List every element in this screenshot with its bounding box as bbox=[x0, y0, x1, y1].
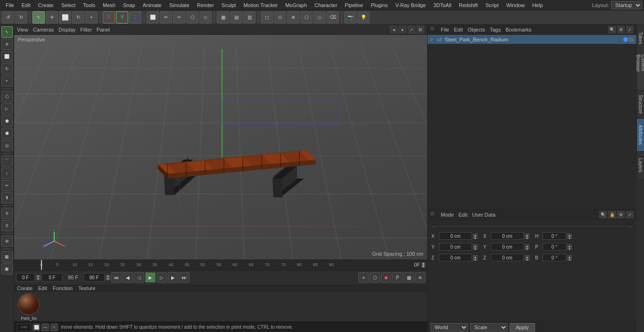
toolbar-btn-5[interactable]: + bbox=[85, 11, 98, 24]
timeline-btn-auto[interactable]: ⬡ bbox=[370, 272, 380, 283]
tool-move[interactable]: ✛ bbox=[1, 39, 13, 50]
tool-stretch[interactable]: ↕ bbox=[1, 168, 13, 179]
frame-input-right[interactable]: 0F ▲ ▼ bbox=[414, 262, 425, 267]
render-frame-button[interactable]: ▤ bbox=[230, 11, 242, 24]
rot-h-spin[interactable]: ▲ ▼ bbox=[567, 234, 572, 239]
tool-magnet[interactable]: ⊛ bbox=[1, 235, 13, 247]
rot-h-input[interactable] bbox=[543, 232, 566, 240]
pen-mode-button[interactable]: ✏ bbox=[160, 11, 172, 24]
menu-file[interactable]: File bbox=[2, 1, 18, 9]
world-dropdown[interactable]: World bbox=[430, 323, 468, 332]
frame-stepper[interactable]: ▲ ▼ bbox=[36, 275, 41, 280]
obj-menu-file[interactable]: File bbox=[441, 27, 449, 32]
obj-menu-bookmarks[interactable]: Bookmarks bbox=[505, 27, 531, 32]
timeline-ruler[interactable]: 0 5 10 15 20 25 30 35 40 45 50 55 60 65 bbox=[14, 260, 427, 270]
viewport-menu-view[interactable]: View bbox=[17, 27, 28, 32]
viewport-diamond-button[interactable]: ⬡ bbox=[300, 11, 313, 24]
start-frame-input[interactable] bbox=[41, 273, 63, 282]
layout-dropdown[interactable]: Startup bbox=[611, 1, 642, 9]
timeline-btn-motion[interactable]: ≋ bbox=[415, 272, 425, 283]
scale-dropdown[interactable]: Scale bbox=[470, 323, 508, 332]
frame-up-btn[interactable]: ▲ ▼ bbox=[421, 262, 425, 267]
pos-y-spin[interactable]: ▲ ▼ bbox=[473, 244, 478, 250]
status-minimize-btn[interactable]: — bbox=[41, 324, 49, 331]
move-tool-button[interactable]: ✛ bbox=[46, 11, 58, 24]
render-preview-button[interactable]: ▥ bbox=[243, 11, 256, 24]
timeline-playhead[interactable] bbox=[41, 260, 42, 270]
attr-resize-icon[interactable]: ⤢ bbox=[626, 211, 634, 219]
material-swatch[interactable]: Park_be bbox=[18, 293, 40, 321]
timeline-btn-p[interactable]: P bbox=[392, 272, 403, 283]
menu-edit[interactable]: Edit bbox=[18, 1, 34, 9]
pos-x-spin[interactable]: ▲ ▼ bbox=[473, 234, 478, 239]
rotate-tool-button[interactable]: ↻ bbox=[72, 11, 84, 24]
x-axis-button[interactable]: X bbox=[103, 11, 115, 24]
tool-scale[interactable]: ⬜ bbox=[1, 51, 13, 62]
z-axis-button[interactable]: Z bbox=[129, 11, 141, 24]
redo-button[interactable]: ↻ bbox=[15, 11, 27, 24]
timeline-btn-key[interactable]: ⋄ bbox=[358, 272, 369, 283]
tab-structure[interactable]: Structure bbox=[636, 90, 644, 119]
tab-takes[interactable]: Takes bbox=[636, 24, 644, 53]
rot-b-spin[interactable]: ▲ ▼ bbox=[567, 255, 572, 260]
menu-sculpt[interactable]: Sculpt bbox=[218, 1, 240, 9]
attr-menu-edit[interactable]: Edit bbox=[459, 212, 468, 218]
tool-grid-2[interactable]: ▣ bbox=[1, 263, 13, 275]
scale-tool-button[interactable]: ⬜ bbox=[59, 11, 71, 24]
menu-render[interactable]: Render bbox=[193, 1, 218, 9]
menu-select[interactable]: Select bbox=[58, 1, 80, 9]
tool-mode-sculpt[interactable]: ◎ bbox=[1, 140, 13, 151]
next-keyframe-button[interactable]: ▶ bbox=[168, 272, 178, 283]
objects-resize-icon[interactable]: ⤢ bbox=[626, 26, 634, 33]
size-z-input[interactable] bbox=[491, 254, 524, 261]
attr-settings-icon[interactable]: ⚙ bbox=[617, 211, 625, 219]
tool-mode-uv[interactable]: ⬣ bbox=[1, 128, 13, 139]
tool-camera[interactable]: S bbox=[1, 208, 13, 219]
obj-menu-objects[interactable]: Objects bbox=[468, 27, 485, 32]
tool-s2[interactable]: S bbox=[1, 220, 13, 231]
viewport-pencil-button[interactable]: ⊙ bbox=[274, 11, 286, 24]
tool-mode-object[interactable]: ⬡ bbox=[1, 91, 13, 102]
next-frame-button[interactable]: ▷ bbox=[157, 272, 167, 283]
size-z-spin[interactable]: ▲ ▼ bbox=[525, 255, 529, 260]
timeline-btn-grid[interactable]: ▦ bbox=[404, 272, 414, 283]
viewport-poly-button[interactable]: ◇ bbox=[314, 11, 326, 24]
viewport-menu-filter[interactable]: Filter bbox=[80, 27, 91, 32]
loop-mode-button[interactable]: ⬡ bbox=[186, 11, 198, 24]
prev-frame-button[interactable]: ◀ bbox=[123, 272, 133, 283]
viewport-spline-button[interactable]: ⌫ bbox=[327, 11, 339, 24]
object-item-bench[interactable]: ⊳ L0 Steel_Park_Bench_Radium bbox=[428, 35, 636, 44]
size-x-input[interactable] bbox=[491, 232, 524, 240]
tool-bend[interactable]: ⌒ bbox=[1, 155, 13, 167]
menu-help[interactable]: Help bbox=[528, 1, 547, 9]
objects-search-icon[interactable]: 🔍 bbox=[608, 26, 616, 33]
timeline-btn-rec[interactable]: ⏺ bbox=[381, 272, 391, 283]
tool-rotate[interactable]: ↻ bbox=[1, 63, 13, 74]
mat-menu-create[interactable]: Create bbox=[17, 285, 33, 291]
menu-redshift[interactable]: Redshift bbox=[455, 1, 481, 9]
viewport-persp-button[interactable]: ◻ bbox=[261, 11, 273, 24]
obj-menu-edit[interactable]: Edit bbox=[454, 27, 463, 32]
goto-end-button[interactable]: ⏭ bbox=[179, 272, 190, 283]
play-button[interactable]: ▶ bbox=[145, 272, 156, 283]
menu-character[interactable]: Character bbox=[311, 1, 341, 9]
tool-mode-edge[interactable]: ▷ bbox=[1, 103, 13, 114]
size-y-spin[interactable]: ▲ ▼ bbox=[525, 244, 529, 250]
menu-motion-tracker[interactable]: Motion Tracker bbox=[239, 1, 281, 9]
viewport-cam-button[interactable]: 📷 bbox=[344, 11, 356, 24]
object-mode-button[interactable]: ⬜ bbox=[147, 11, 159, 24]
rot-b-input[interactable] bbox=[543, 254, 566, 261]
rot-p-spin[interactable]: ▲ ▼ bbox=[567, 244, 572, 250]
size-x-spin[interactable]: ▲ ▼ bbox=[525, 234, 529, 239]
rot-p-input[interactable] bbox=[543, 243, 566, 251]
obj-menu-tags[interactable]: Tags bbox=[490, 27, 501, 32]
tool-add[interactable]: + bbox=[1, 75, 13, 87]
goto-start-button[interactable]: ⏮ bbox=[111, 272, 122, 283]
viewport-icon-arrow-right[interactable]: ▸ bbox=[399, 26, 406, 33]
pos-z-spin[interactable]: ▲ ▼ bbox=[473, 255, 478, 260]
max-frame-input[interactable] bbox=[83, 273, 105, 282]
attr-menu-mode[interactable]: Mode bbox=[441, 212, 454, 218]
menu-plugins[interactable]: Plugins bbox=[367, 1, 391, 9]
polygon-mode-button[interactable]: ◇ bbox=[199, 11, 212, 24]
mat-menu-texture[interactable]: Texture bbox=[78, 285, 95, 291]
